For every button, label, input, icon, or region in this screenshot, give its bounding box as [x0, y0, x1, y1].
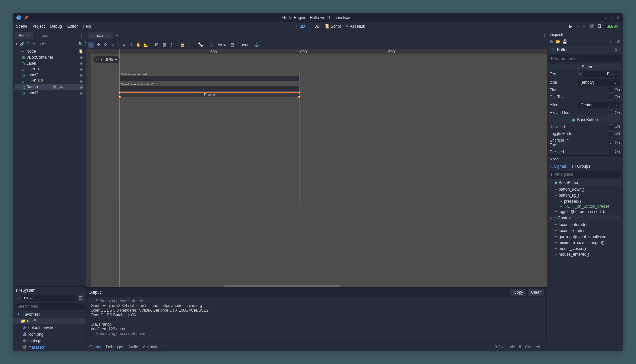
resize-handle[interactable]: [298, 96, 300, 98]
output-log[interactable]: --- Debugging process started --- Godot …: [87, 297, 545, 342]
scene-file-tab[interactable]: ○ main ✕: [88, 32, 113, 39]
signal-class-control[interactable]: ⌄○Control: [548, 215, 621, 221]
menu-project[interactable]: Project: [32, 24, 45, 29]
visibility-icon[interactable]: ◉: [80, 91, 83, 95]
copy-button[interactable]: Copy: [510, 289, 526, 296]
icon-dropdown[interactable]: [empty]⌄: [578, 79, 620, 86]
signal-item[interactable]: ↪button_down(): [548, 186, 621, 192]
scale-tool-icon[interactable]: ⤢: [110, 42, 116, 48]
search-icon[interactable]: 🔍: [78, 41, 83, 47]
menu-scene[interactable]: Scene: [16, 24, 27, 29]
tree-node-label3[interactable]: ▢ Label3 ◉: [15, 90, 84, 96]
fs-file[interactable]: ⊕default_env.tres: [19, 324, 86, 331]
stop-icon[interactable]: ■: [583, 24, 585, 29]
signals-tab[interactable]: ⎍Signals: [550, 164, 567, 169]
tree-node-vbox[interactable]: ⌄▥ VBoxContainer ◉: [15, 54, 84, 60]
signal-item[interactable]: ↪button_up(): [548, 192, 621, 198]
signal-item[interactable]: ↪focus_entered(): [548, 222, 621, 228]
history-fwd-icon[interactable]: ›: [613, 39, 615, 44]
visibility-icon[interactable]: ◉: [80, 55, 83, 60]
section-button[interactable]: ⬚Button: [549, 64, 621, 70]
groups-tab[interactable]: ◫Groups: [572, 164, 590, 169]
tree-node-root[interactable]: ⌄○ Node 📜: [15, 48, 84, 54]
text-input[interactable]: [583, 71, 620, 77]
signal-item[interactable]: ↪mouse_entered(): [548, 251, 621, 257]
fs-fwd-icon[interactable]: ›: [19, 296, 20, 300]
layout-grid-icon[interactable]: ▦: [230, 42, 236, 48]
menu-help[interactable]: Help: [83, 24, 91, 29]
inspector-more-icon[interactable]: ⋮: [616, 32, 620, 37]
signal-item[interactable]: ↪toggled(button_pressed: b: [548, 209, 621, 215]
zoom-level[interactable]: 74.9 %: [100, 57, 113, 62]
visibility-icon[interactable]: ◉: [80, 73, 83, 77]
snap-grid-icon[interactable]: ▦: [161, 42, 167, 48]
fs-search-input[interactable]: [15, 303, 84, 310]
zoom-out-icon[interactable]: −: [96, 57, 98, 62]
fs-favorites[interactable]: ★Favorites:: [13, 311, 86, 318]
pivot-icon[interactable]: ⊹: [128, 42, 134, 48]
tree-node-lineedit[interactable]: ⎁ LineEdit ◉: [15, 66, 84, 72]
workspace-2d[interactable]: ↯ 2D: [295, 24, 305, 29]
expand-checkbox[interactable]: [609, 110, 613, 115]
section-basebutton[interactable]: ◉BaseButton: [549, 116, 621, 123]
node-dock-more-icon[interactable]: ⋮: [616, 157, 620, 161]
align-dropdown[interactable]: Center⌄: [578, 102, 620, 108]
script-icon[interactable]: 📜: [79, 49, 83, 54]
visibility-icon[interactable]: ◉: [80, 85, 83, 89]
view-menu[interactable]: View: [216, 42, 228, 47]
add-node-icon[interactable]: +: [15, 41, 18, 47]
scene-tab[interactable]: Scene: [15, 32, 33, 39]
tree-node-label[interactable]: ▢ Label ◉: [15, 60, 84, 66]
select-tool-icon[interactable]: ↖: [88, 42, 94, 48]
viewport-2d[interactable]: 500 1000 1500 − 74.9 % + Qual é o seu no…: [86, 49, 547, 287]
inspector-node-name[interactable]: ⬚ Button ⚙: [549, 46, 621, 53]
node-config-icon[interactable]: ⚙: [614, 47, 618, 52]
signal-item[interactable]: ↪modal_closed(): [548, 246, 621, 251]
workspace-3d[interactable]: ⬚ 3D: [310, 24, 320, 29]
pan-tool-icon[interactable]: ✋: [135, 42, 141, 48]
disabled-checkbox[interactable]: [609, 124, 613, 129]
snap-options-icon[interactable]: ⋮: [168, 42, 174, 48]
shortcut-checkbox[interactable]: [609, 141, 613, 145]
close-tab-icon[interactable]: ✕: [106, 33, 110, 38]
minimize-icon[interactable]: ⌄: [604, 15, 607, 20]
tree-node-lineedit2[interactable]: ⎁ LineEdit2 ◉: [15, 78, 84, 84]
clear-button[interactable]: Clear: [528, 289, 544, 296]
zoom-in-icon[interactable]: +: [115, 57, 117, 62]
clip-checkbox[interactable]: [609, 95, 613, 100]
pause-icon[interactable]: ⏸: [576, 24, 580, 29]
signal-connection[interactable]: ⊸../.. :: _on_Button_presse: [548, 204, 621, 209]
add-tab-icon[interactable]: +: [116, 33, 118, 38]
toggle-checkbox[interactable]: [609, 131, 613, 136]
tree-node-label2[interactable]: ▢ Label2 ◉: [15, 72, 84, 78]
bottom-audio-tab[interactable]: Audio: [128, 345, 138, 349]
pressed-checkbox[interactable]: [609, 150, 613, 154]
visibility-icon[interactable]: ◉: [80, 67, 83, 71]
filter-nodes-input[interactable]: [26, 42, 76, 46]
visibility-icon[interactable]: ◉: [80, 61, 83, 66]
link-node-icon[interactable]: 🔗: [20, 41, 25, 47]
filter-properties-input[interactable]: [549, 55, 621, 62]
fs-path[interactable]: res://: [22, 295, 76, 301]
import-tab[interactable]: Import: [35, 32, 53, 39]
scene-canvas[interactable]: Qual é o seu nome? Quantos anos você tem…: [119, 72, 300, 202]
viewport-scrollbar[interactable]: [224, 285, 340, 287]
lock-icon[interactable]: 🔒: [179, 42, 185, 48]
resize-handle[interactable]: [298, 92, 300, 93]
collapse-icon[interactable]: ⇵: [518, 345, 522, 349]
play-custom-icon[interactable]: 🎞: [597, 24, 601, 29]
signal-class-basebutton[interactable]: ⌄◉BaseButton: [548, 179, 621, 186]
rotate-tool-icon[interactable]: ⟳: [103, 42, 109, 48]
snap-toggle-icon[interactable]: ⊞: [154, 42, 160, 48]
close-icon[interactable]: ✕: [617, 15, 620, 20]
distraction-free-icon[interactable]: ⛶: [541, 33, 545, 38]
signal-item[interactable]: ⌄↪pressed(): [548, 198, 621, 204]
bottom-debugger-tab[interactable]: Debugger: [106, 345, 124, 349]
history-back-icon[interactable]: ‹: [610, 39, 611, 44]
filesystem-more-icon[interactable]: ⋮: [79, 288, 83, 293]
tree-node-button[interactable]: ⬚ Button �وايف ◉: [15, 84, 84, 90]
list-tool-icon[interactable]: ≡: [121, 42, 127, 48]
play-icon[interactable]: ▶: [569, 24, 572, 29]
reset-icon[interactable]: ⟲: [578, 72, 581, 76]
save-resource-icon[interactable]: 💾: [562, 39, 567, 44]
